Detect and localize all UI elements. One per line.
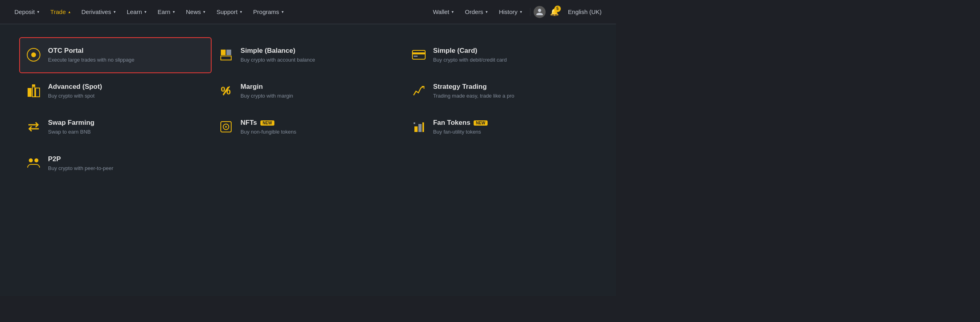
nav-news[interactable]: News ▾: [181, 0, 210, 24]
nav-left: Deposit ▾ Trade ▴ Derivatives ▾ Learn ▾ …: [10, 0, 428, 24]
simple-card-title: Simple (Card): [433, 47, 507, 55]
p2p-icon: [26, 156, 41, 170]
svg-rect-24: [414, 122, 415, 124]
simple-balance-text: Simple (Balance) Buy crypto with account…: [240, 47, 315, 64]
nav-deposit[interactable]: Deposit ▾: [10, 0, 44, 24]
nav-news-caret: ▾: [203, 10, 205, 14]
nav-orders-caret: ▾: [486, 10, 488, 14]
nav-derivatives-label: Derivatives: [82, 8, 111, 15]
menu-item-nfts[interactable]: NFTs New Buy non-fungible tokens: [212, 109, 404, 145]
menu-item-strategy-trading[interactable]: Strategy Trading Trading made easy, trad…: [404, 73, 597, 109]
menu-item-advanced-spot[interactable]: Advanced (Spot) Buy crypto with spot: [19, 73, 212, 109]
simple-balance-icon: [219, 48, 233, 62]
simple-card-text: Simple (Card) Buy crypto with debit/cred…: [433, 47, 507, 64]
menu-item-p2p[interactable]: P2P Buy crypto with peer-to-peer: [19, 146, 212, 182]
svg-rect-18: [412, 50, 425, 59]
nav-earn-label: Earn: [158, 8, 170, 15]
menu-column-1: OTC Portal Execute large trades with no …: [19, 37, 212, 283]
nav-history[interactable]: History ▾: [494, 0, 527, 24]
nav-learn-caret: ▾: [144, 10, 146, 14]
nfts-text: NFTs New Buy non-fungible tokens: [240, 119, 296, 136]
menu-column-3: Simple (Card) Buy crypto with debit/cred…: [404, 37, 597, 283]
nav-deposit-caret: ▾: [37, 10, 39, 14]
avatar[interactable]: [534, 6, 546, 18]
p2p-desc: Buy crypto with peer-to-peer: [48, 165, 113, 172]
strategy-trading-icon: [412, 84, 426, 98]
svg-rect-20: [414, 56, 418, 57]
nav-derivatives[interactable]: Derivatives ▾: [77, 0, 120, 24]
swap-farming-icon: [26, 120, 41, 134]
svg-rect-21: [414, 126, 418, 132]
menu-column-2: Simple (Balance) Buy crypto with account…: [212, 37, 404, 283]
nav-programs-caret: ▾: [282, 10, 284, 14]
nav-programs[interactable]: Programs ▾: [248, 0, 288, 24]
menu-item-simple-card[interactable]: Simple (Card) Buy crypto with debit/cred…: [404, 37, 597, 73]
otc-portal-title: OTC Portal: [48, 47, 134, 55]
otc-portal-text: OTC Portal Execute large trades with no …: [48, 47, 134, 64]
nav-right: Wallet ▾ Orders ▾ History ▾ 🔔 5 English …: [428, 0, 606, 24]
fan-tokens-text: Fan Tokens New Buy fan-utility tokens: [433, 119, 488, 136]
nav-derivatives-caret: ▾: [114, 10, 116, 14]
nav-earn-caret: ▾: [173, 10, 175, 14]
nav-news-label: News: [186, 8, 201, 15]
margin-icon: %: [219, 84, 233, 98]
menu-item-simple-balance[interactable]: Simple (Balance) Buy crypto with account…: [212, 37, 404, 73]
nfts-title: NFTs New: [240, 119, 296, 127]
svg-rect-19: [412, 52, 425, 54]
nav-trade-label: Trade: [50, 8, 66, 15]
nav-learn[interactable]: Learn ▾: [122, 0, 151, 24]
advanced-spot-icon: [26, 84, 41, 98]
svg-point-8: [29, 158, 33, 162]
nav-support[interactable]: Support ▾: [212, 0, 247, 24]
nav-orders-label: Orders: [465, 8, 483, 15]
nav-wallet-caret: ▾: [452, 10, 454, 14]
strategy-trading-title: Strategy Trading: [433, 83, 514, 91]
nfts-icon: [219, 120, 233, 134]
notification-button[interactable]: 🔔 5: [547, 5, 562, 19]
margin-text: Margin Buy crypto with margin: [240, 83, 293, 100]
nav-earn[interactable]: Earn ▾: [153, 0, 180, 24]
language-label: English (UK): [568, 8, 602, 15]
svg-rect-22: [418, 124, 422, 132]
swap-farming-text: Swap Farming Swap to earn BNB: [48, 119, 94, 136]
swap-farming-desc: Swap to earn BNB: [48, 128, 94, 136]
nav-divider-1: [530, 8, 530, 16]
nav-deposit-label: Deposit: [14, 8, 35, 15]
fan-tokens-title: Fan Tokens New: [433, 119, 488, 127]
nav-trade[interactable]: Trade ▴: [46, 0, 75, 24]
nav-wallet[interactable]: Wallet ▾: [428, 0, 458, 24]
navbar: Deposit ▾ Trade ▴ Derivatives ▾ Learn ▾ …: [0, 0, 616, 24]
p2p-title: P2P: [48, 155, 113, 163]
menu-item-margin[interactable]: % Margin Buy crypto with margin: [212, 73, 404, 109]
nav-language[interactable]: English (UK): [563, 0, 606, 24]
menu-item-fan-tokens[interactable]: Fan Tokens New Buy fan-utility tokens: [404, 109, 597, 145]
svg-rect-5: [36, 88, 40, 97]
nfts-desc: Buy non-fungible tokens: [240, 128, 296, 136]
svg-rect-11: [226, 50, 231, 55]
advanced-spot-text: Advanced (Spot) Buy crypto with spot: [48, 83, 102, 100]
trade-dropdown-panel: OTC Portal Execute large trades with no …: [0, 24, 616, 296]
simple-balance-desc: Buy crypto with account balance: [240, 56, 315, 64]
nav-wallet-label: Wallet: [433, 8, 449, 15]
margin-title: Margin: [240, 83, 293, 91]
notification-badge: 5: [554, 6, 561, 12]
svg-point-17: [225, 126, 227, 128]
svg-rect-12: [221, 56, 231, 60]
menu-item-swap-farming[interactable]: Swap Farming Swap to earn BNB: [19, 109, 212, 145]
svg-rect-2: [28, 88, 32, 97]
nav-trade-caret: ▴: [68, 10, 70, 14]
nav-support-label: Support: [216, 8, 238, 15]
nav-orders[interactable]: Orders ▾: [460, 0, 492, 24]
advanced-spot-title: Advanced (Spot): [48, 83, 102, 91]
fan-tokens-desc: Buy fan-utility tokens: [433, 128, 488, 136]
advanced-spot-desc: Buy crypto with spot: [48, 92, 102, 100]
menu-item-otc-portal[interactable]: OTC Portal Execute large trades with no …: [19, 37, 212, 73]
nfts-badge: New: [260, 120, 274, 126]
svg-rect-10: [221, 50, 226, 55]
strategy-trading-text: Strategy Trading Trading made easy, trad…: [433, 83, 514, 100]
nav-programs-label: Programs: [253, 8, 279, 15]
svg-point-9: [34, 158, 38, 162]
fan-tokens-icon: [412, 120, 426, 134]
simple-card-desc: Buy crypto with debit/credit card: [433, 56, 507, 64]
nav-history-label: History: [499, 8, 518, 15]
